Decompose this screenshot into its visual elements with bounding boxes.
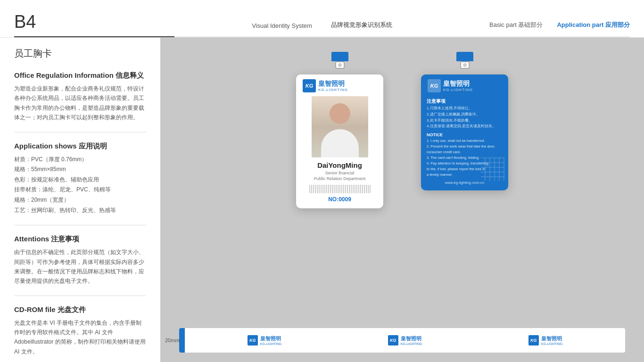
front-logo: KG 皇智照明 KG-LIGHTING	[303, 79, 348, 92]
notice-en-item: consumer credit card.	[427, 149, 503, 155]
app-label: Application part 应用部分	[557, 21, 630, 29]
clip-hole-back	[463, 63, 467, 67]
section2-items: 材质：PVC（厚度 0.76mm） 规格：55mm×85mm 色彩：按规定标准色…	[14, 155, 146, 216]
page-code: B4	[14, 13, 174, 31]
banner-en-3: KG-LIGHTING	[541, 342, 563, 346]
section1-heading: Office Regulation Information 信息释义	[14, 71, 146, 80]
header: B4 Visual Identity System 品牌视觉形象识别系统 Bas…	[0, 0, 644, 38]
notice-cn-item: 3.此卡不能溺水,不能折叠。	[427, 118, 503, 124]
banner-logo-3: KG 皇智照明 KG-LIGHTING	[528, 335, 563, 346]
front-company-en: KG-LIGHTING	[318, 88, 348, 92]
id-card-front: KG 皇智照明 KG-LIGHTING DaiYon	[296, 74, 383, 208]
person-photo	[312, 96, 368, 157]
list-item: 挂带材质：涤纶、尼龙、PVC、纯棉等	[14, 185, 146, 195]
section4-body: 光盘文件是本 VI 手册电子文件的集合，内含手册制作时的专用软件格式文件。其中 …	[14, 318, 146, 357]
clip-mid-back	[460, 61, 470, 69]
list-item: 材质：PVC（厚度 0.76mm）	[14, 155, 146, 165]
header-right: Basic part 基础部分 Application part 应用部分	[470, 0, 630, 37]
kg-icon-front: KG	[303, 79, 316, 92]
card-clip-front	[333, 52, 347, 75]
back-notice-cn-title: 注意事项	[421, 96, 508, 106]
list-item: 规格：20mm（宽度）	[14, 195, 146, 206]
front-company-cn: 皇智照明	[318, 80, 348, 88]
notice-cn-item: 2.进厂交接上岗佩戴,消费刷卡。	[427, 112, 503, 118]
notice-en-item: 2. Present the work wear that take the d…	[427, 144, 503, 149]
clip-mid-front	[335, 61, 345, 69]
vis-label: Visual Identity System	[252, 22, 312, 29]
section2-heading: Application shows 应用说明	[14, 142, 146, 151]
right-panel: KG 皇智照明 KG-LIGHTING DaiYon	[160, 38, 644, 362]
banner-logo-1: KG 皇智照明 KG-LIGHTING	[248, 335, 282, 346]
banner-text-2: 皇智照明 KG-LIGHTING	[401, 335, 422, 346]
page-title: 员工胸卡	[14, 47, 146, 60]
notice-cn-item: 4.注意保管,请离交回,若丢失请及时挂失。	[427, 123, 503, 130]
notice-cn-item: 1.只限本人使用,不得转让。	[427, 106, 503, 112]
basic-label: Basic part 基础部分	[489, 21, 543, 29]
clip-top-front	[331, 52, 348, 61]
banner-cn-3: 皇智照明	[541, 335, 563, 342]
banner-container: 20mm KG 皇智照明 KG-LIGHTING KG	[179, 328, 625, 353]
kg-icon-back: KG	[428, 79, 441, 92]
banner-cn-1: 皇智照明	[260, 335, 282, 342]
banner-logo-2: KG 皇智照明 KG-LIGHTING	[388, 335, 422, 346]
card-header-front: KG 皇智照明 KG-LIGHTING	[296, 74, 383, 96]
back-logo: KG 皇智照明 KG-LIGHTING	[428, 79, 473, 92]
banner-icon-3: KG	[528, 335, 539, 346]
banner-en-1: KG-LIGHTING	[260, 342, 282, 346]
card-clip-back	[458, 52, 471, 75]
main-layout: 员工胸卡 Office Regulation Information 信息释义 …	[0, 38, 644, 362]
banner-text-3: 皇智照明 KG-LIGHTING	[541, 335, 563, 346]
id-card-back: KG 皇智照明 KG-LIGHTING 注意事项 1.只限本人使用,不得转让。 …	[421, 74, 508, 190]
back-notice-cn-list: 1.只限本人使用,不得转让。 2.进厂交接上岗佩戴,消费刷卡。 3.此卡不能溺水…	[421, 106, 508, 130]
card-barcode	[309, 185, 371, 193]
section3-heading: Attentions 注意事项	[14, 235, 146, 244]
card-person-title: Senior financial	[296, 171, 383, 175]
banner-icon-2: KG	[388, 335, 398, 346]
back-website: www.kg-lighting.com.cn	[421, 181, 508, 185]
banner-icon-1: KG	[248, 335, 258, 346]
back-notice-en-title: NOTICE	[421, 130, 508, 138]
card-photo	[312, 96, 368, 157]
list-item: 色彩：按规定标准色、辅助色应用	[14, 175, 146, 185]
clip-top-back	[456, 52, 473, 61]
front-card-wrapper: KG 皇智照明 KG-LIGHTING DaiYon	[296, 52, 383, 208]
bottom-banner: KG 皇智照明 KG-LIGHTING KG 皇智照明 KG-LIGHTING	[179, 328, 625, 353]
header-center: Visual Identity System 品牌视觉形象识别系统	[174, 0, 470, 37]
header-left: B4	[14, 0, 174, 37]
banner-blue-accent	[179, 328, 185, 353]
divider2	[14, 225, 146, 225]
section1-body: 为塑造企业新形象，配合企业商务礼仪规范，特设计各种办公系统用品，以适应各种商务活…	[14, 84, 146, 123]
section3-body: 由于信息的不确定性，此页部分规范（如文字大小、间距等）可作为参考使用，具体可根据…	[14, 247, 146, 286]
banner-en-2: KG-LIGHTING	[401, 342, 422, 346]
card-person-dept: Public Relation Department	[296, 176, 383, 181]
banner-text-1: 皇智照明 KG-LIGHTING	[260, 335, 282, 346]
clip-hole-front	[338, 63, 342, 67]
divider1	[14, 132, 146, 132]
card-no: NO:0009	[296, 196, 383, 203]
back-company-en: KG-LIGHTING	[443, 88, 473, 92]
section4-heading: CD-ROM file 光盘文件	[14, 305, 146, 314]
notice-en-item: 1. I only use, shall not be transferred.	[427, 138, 503, 144]
person-head	[330, 103, 350, 124]
cards-area: KG 皇智照明 KG-LIGHTING DaiYon	[296, 52, 508, 323]
card-header-back: KG 皇智照明 KG-LIGHTING	[421, 74, 508, 96]
banner-size-label: 20mm	[165, 337, 180, 343]
banner-cn-2: 皇智照明	[401, 335, 422, 342]
list-item: 工艺：丝网印刷、热转印、反光、热感等	[14, 206, 146, 216]
back-pattern	[481, 157, 504, 181]
person-body	[321, 129, 359, 157]
brand-label: 品牌视觉形象识别系统	[331, 21, 392, 29]
back-company-cn: 皇智照明	[443, 80, 473, 88]
back-card-wrapper: KG 皇智照明 KG-LIGHTING 注意事项 1.只限本人使用,不得转让。 …	[421, 52, 508, 190]
left-panel: 员工胸卡 Office Regulation Information 信息释义 …	[0, 38, 160, 362]
banner-items: KG 皇智照明 KG-LIGHTING KG 皇智照明 KG-LIGHTING	[185, 335, 625, 346]
back-company-text: 皇智照明 KG-LIGHTING	[443, 80, 473, 92]
divider3	[14, 296, 146, 296]
card-person-name: DaiYongMing	[296, 161, 383, 169]
list-item: 规格：55mm×85mm	[14, 165, 146, 175]
front-company-text: 皇智照明 KG-LIGHTING	[318, 80, 348, 92]
